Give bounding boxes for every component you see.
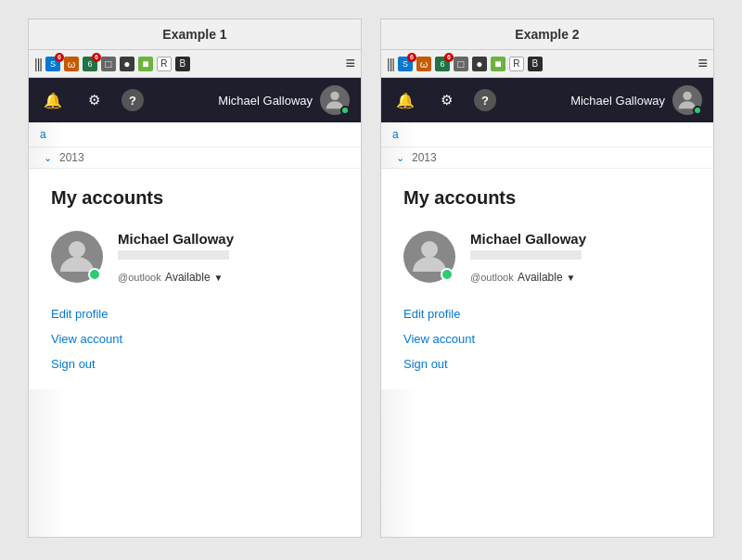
sign-out-link-1[interactable]: Sign out [51, 357, 339, 371]
expand-arrow-1[interactable]: ⌄ [44, 152, 52, 164]
large-avatar-wrapper-1 [51, 231, 103, 283]
accounts-panel-1: My accounts Michael Galloway @outlook Av… [29, 169, 361, 389]
toolbar-omega-icon-2[interactable]: ω [416, 57, 431, 71]
status-text-1: Available [165, 271, 210, 284]
user-section-2[interactable]: Michael Galloway [570, 85, 702, 115]
toolbar-omega-icon[interactable]: ω [64, 57, 79, 71]
header-avatar-container-1 [320, 85, 350, 115]
panel-links-1: Edit profile View account Sign out [51, 303, 339, 371]
header-username-1: Michael Galloway [218, 94, 313, 108]
toolbar-r-icon-2[interactable]: R [509, 57, 524, 71]
expand-arrow-2[interactable]: ⌄ [396, 152, 404, 164]
profile-info-2: Michael Galloway @outlook Available ▼ [470, 231, 691, 285]
accounts-panel-2: My accounts Michael Galloway @outlook Av… [381, 169, 713, 389]
header-avatar-container-2 [672, 85, 702, 115]
example-wrapper-2: Example 2 ||| S 6 ω 6 6 □ ● ■ R B ≡ 🔔 ⚙ … [380, 19, 714, 538]
svg-point-1 [69, 241, 85, 258]
toolbar-b-icon[interactable]: B [175, 57, 190, 71]
year-label-2: 2013 [412, 151, 437, 164]
toolbar-lines-icon-2: ||| [387, 57, 394, 71]
browser-toolbar-1: ||| S 6 ω 6 6 □ ● ■ R B ≡ [29, 50, 361, 78]
browser-toolbar-2: ||| S 6 ω 6 6 □ ● ■ R B ≡ [381, 50, 713, 78]
toolbar-green-icon-2[interactable]: ■ [491, 57, 505, 71]
help-icon-1[interactable]: ? [122, 89, 144, 111]
status-arrow-2: ▼ [567, 273, 576, 283]
bell-icon-2[interactable]: 🔔 [392, 87, 418, 113]
large-online-dot-2 [441, 268, 454, 281]
breadcrumb-bar-1: a [29, 122, 361, 147]
svg-point-3 [421, 241, 438, 258]
breadcrumb-link-2[interactable]: a [392, 128, 399, 141]
profile-name-1: Michael Galloway [118, 231, 339, 247]
status-arrow-1: ▼ [214, 273, 224, 283]
online-indicator-2 [693, 106, 702, 115]
content-area-2: a ⌄ 2013 My accounts Michael Galloway @o… [381, 122, 713, 537]
gear-icon-2[interactable]: ⚙ [433, 87, 459, 113]
toolbar-menu-icon[interactable]: ≡ [345, 54, 355, 73]
view-account-link-1[interactable]: View account [51, 332, 339, 346]
profile-section-1: Michael Galloway @outlook Available ▼ [51, 231, 339, 285]
svg-point-2 [683, 92, 691, 100]
year-label-1: 2013 [59, 151, 84, 164]
profile-section-2: Michael Galloway @outlook Available ▼ [403, 231, 691, 285]
toolbar-green-icon[interactable]: ■ [138, 57, 153, 71]
app-header-1: 🔔 ⚙ ? Michael Galloway [29, 78, 361, 122]
breadcrumb-bar-2: a [381, 122, 713, 147]
gear-icon-1[interactable]: ⚙ [81, 87, 107, 113]
sign-out-link-2[interactable]: Sign out [403, 357, 691, 371]
toolbar-book-icon[interactable]: □ [101, 57, 116, 71]
toolbar-circle-icon-2[interactable]: ● [472, 57, 487, 71]
svg-point-0 [330, 92, 339, 100]
toolbar-b-icon-2[interactable]: B [528, 57, 543, 71]
example-wrapper-1: Example 1 ||| S 6 ω 6 6 □ ● ■ R B ≡ 🔔 ⚙ … [28, 19, 362, 538]
toolbar-r-icon[interactable]: R [157, 57, 172, 71]
toolbar-circle-icon[interactable]: ● [120, 57, 134, 71]
app-header-2: 🔔 ⚙ ? Michael Galloway [381, 78, 713, 122]
profile-email-text-2: @outlook [470, 272, 514, 283]
status-dropdown-2[interactable]: Available ▼ [518, 271, 575, 284]
profile-email-bar-2 [470, 250, 582, 260]
user-section-1[interactable]: Michael Galloway [218, 85, 350, 115]
help-icon-2[interactable]: ? [474, 89, 496, 111]
content-area-1: a ⌄ 2013 My accounts Michael Galloway @o… [29, 122, 361, 537]
status-text-2: Available [518, 271, 562, 284]
toolbar-menu-icon-2[interactable]: ≡ [697, 54, 708, 73]
profile-email-bar-1 [118, 250, 229, 260]
panel-title-1: My accounts [51, 187, 339, 209]
large-online-dot-1 [88, 268, 101, 281]
profile-email-text-1: @outlook [118, 272, 161, 283]
toolbar-book-icon-2[interactable]: □ [454, 57, 468, 71]
example-title-2: Example 2 [381, 19, 713, 50]
edit-profile-link-1[interactable]: Edit profile [51, 307, 339, 321]
view-account-link-2[interactable]: View account [403, 332, 691, 346]
online-indicator-1 [340, 106, 350, 115]
status-dropdown-1[interactable]: Available ▼ [165, 271, 223, 284]
profile-info-1: Michael Galloway @outlook Available ▼ [118, 231, 339, 285]
panel-links-2: Edit profile View account Sign out [403, 303, 691, 371]
header-username-2: Michael Galloway [570, 94, 665, 108]
breadcrumb-link-1[interactable]: a [40, 128, 46, 141]
profile-name-2: Michael Galloway [470, 231, 691, 247]
example-title-1: Example 1 [29, 19, 361, 50]
bell-icon-1[interactable]: 🔔 [40, 87, 66, 113]
edit-profile-link-2[interactable]: Edit profile [403, 307, 691, 321]
toolbar-lines-icon: ||| [34, 57, 42, 71]
large-avatar-wrapper-2 [403, 231, 455, 283]
panel-title-2: My accounts [403, 187, 691, 209]
